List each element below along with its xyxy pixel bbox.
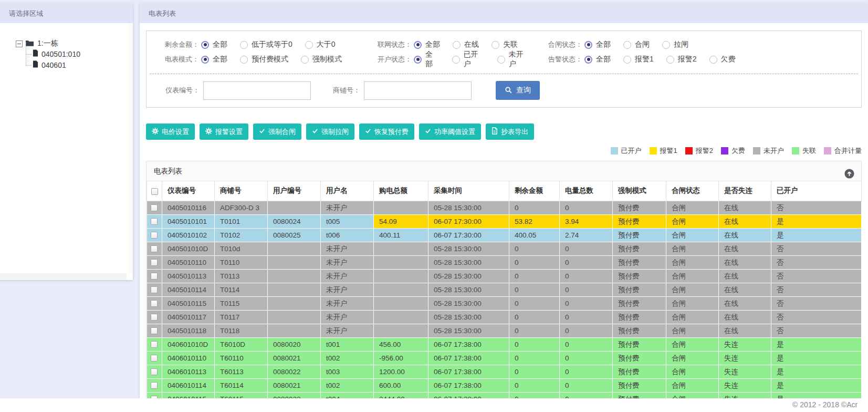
row-checkbox[interactable]	[151, 327, 158, 334]
query-button[interactable]: 查询	[496, 81, 540, 100]
radio-icon[interactable]	[301, 56, 309, 64]
row-checkbox[interactable]	[151, 232, 158, 239]
radio-option[interactable]: 全部	[414, 40, 440, 49]
radio-option[interactable]: 拉闸	[662, 40, 688, 49]
radio-option-label[interactable]: 全部	[213, 40, 227, 49]
action-button-强制拉闸[interactable]: 强制拉闸	[306, 123, 354, 140]
radio-icon[interactable]	[201, 56, 209, 64]
radio-option[interactable]: 在线	[453, 40, 479, 49]
radio-option[interactable]: 全部	[201, 55, 227, 64]
panel-collapse-arrow-up-icon[interactable]	[844, 167, 854, 177]
row-checkbox[interactable]	[151, 286, 158, 293]
radio-icon[interactable]	[623, 41, 631, 49]
radio-icon[interactable]	[305, 41, 313, 49]
radio-icon[interactable]	[240, 41, 248, 49]
radio-icon[interactable]	[497, 56, 505, 64]
radio-option-label[interactable]: 在线	[464, 40, 479, 49]
radio-icon[interactable]	[584, 41, 592, 49]
action-button-电价设置[interactable]: 电价设置	[146, 123, 195, 140]
radio-option-label[interactable]: 拉闸	[674, 40, 688, 49]
table-cell	[268, 201, 321, 214]
row-checkbox[interactable]	[151, 341, 158, 348]
radio-option[interactable]: 全部	[414, 50, 440, 69]
radio-icon[interactable]	[240, 56, 248, 64]
sidebar-vertical-scrollbar[interactable]	[128, 23, 133, 273]
table-cell: 预付费	[613, 201, 666, 214]
radio-option[interactable]: 失联	[491, 40, 518, 49]
radio-option-label[interactable]: 全部	[425, 50, 440, 69]
tree-collapse-icon[interactable]	[16, 40, 23, 47]
radio-option-label[interactable]: 全部	[596, 40, 611, 49]
row-checkbox[interactable]	[151, 259, 158, 266]
radio-option-label[interactable]: 强制模式	[312, 55, 342, 64]
radio-option-label[interactable]: 全部	[596, 55, 611, 64]
tree-child-label[interactable]: 040501:010	[41, 50, 80, 58]
radio-icon[interactable]	[666, 56, 674, 64]
radio-option-label[interactable]: 合闸	[635, 40, 650, 49]
radio-option-label[interactable]: 欠费	[721, 55, 736, 64]
row-checkbox[interactable]	[151, 368, 158, 375]
tree-node-meter[interactable]: 040601	[26, 59, 133, 70]
radio-option-label[interactable]: 全部	[425, 40, 440, 49]
radio-option[interactable]: 强制模式	[301, 55, 342, 64]
table-row: 040601010DT6010D0080020t001456.0006-07 1…	[147, 337, 862, 351]
radio-icon[interactable]	[452, 56, 460, 64]
action-button-抄表导出[interactable]: 抄表导出	[486, 123, 534, 140]
radio-icon[interactable]	[201, 41, 209, 49]
action-button-强制合闸[interactable]: 强制合闸	[253, 123, 301, 140]
radio-option[interactable]: 全部	[584, 40, 611, 49]
table-cell: T0102	[215, 228, 268, 242]
radio-icon[interactable]	[662, 41, 670, 49]
radio-option[interactable]: 预付费模式	[240, 55, 288, 64]
radio-option-label[interactable]: 预付费模式	[252, 55, 288, 64]
radio-option[interactable]: 未开户	[497, 50, 530, 69]
radio-option-label[interactable]: 已开户	[464, 50, 485, 69]
shop-number-input[interactable]	[364, 81, 472, 100]
radio-option-label[interactable]: 未开户	[509, 50, 530, 69]
tree-root-label[interactable]: 1:一栋	[37, 39, 58, 48]
radio-option[interactable]: 大于0	[305, 40, 336, 49]
select-all-checkbox[interactable]	[151, 188, 158, 195]
table-cell: t004	[321, 392, 374, 398]
radio-option[interactable]: 全部	[584, 55, 611, 64]
row-checkbox[interactable]	[151, 300, 158, 307]
row-checkbox[interactable]	[151, 273, 158, 280]
app-window: 请选择区域 1:一栋 040501:010040601 电表列表 剩余金额：全部…	[0, 0, 868, 412]
radio-icon[interactable]	[709, 56, 717, 64]
radio-option-label[interactable]: 报警1	[635, 55, 654, 64]
radio-icon[interactable]	[584, 56, 592, 64]
radio-option[interactable]: 报警1	[623, 55, 654, 64]
tree-node-root[interactable]: 1:一栋	[16, 39, 133, 48]
radio-option[interactable]: 报警2	[666, 55, 697, 64]
tree-node-meter[interactable]: 040501:010	[26, 48, 133, 59]
tree-child-label[interactable]: 040601	[41, 61, 66, 69]
row-checkbox[interactable]	[151, 204, 158, 211]
radio-option-label[interactable]: 全部	[213, 55, 227, 64]
action-button-恢复预付费[interactable]: 恢复预付费	[359, 123, 414, 140]
radio-option-label[interactable]: 低于或等于0	[252, 40, 292, 49]
row-checkbox[interactable]	[151, 218, 158, 225]
radio-option[interactable]: 已开户	[452, 50, 485, 69]
radio-option[interactable]: 低于或等于0	[240, 40, 292, 49]
row-checkbox[interactable]	[151, 382, 158, 389]
radio-icon[interactable]	[414, 56, 422, 64]
radio-icon[interactable]	[491, 41, 499, 49]
meter-number-input[interactable]	[203, 81, 311, 100]
row-checkbox[interactable]	[151, 245, 158, 252]
radio-option[interactable]: 欠费	[709, 55, 736, 64]
radio-option[interactable]: 合闸	[623, 40, 650, 49]
row-checkbox[interactable]	[151, 314, 158, 321]
radio-option-label[interactable]: 报警2	[678, 55, 697, 64]
radio-option-label[interactable]: 大于0	[317, 40, 336, 49]
radio-option[interactable]: 全部	[201, 40, 227, 49]
table-cell: 040501010D	[162, 242, 215, 255]
radio-icon[interactable]	[453, 41, 461, 49]
row-checkbox[interactable]	[151, 355, 158, 362]
action-button-功率阈值设置[interactable]: 功率阈值设置	[419, 123, 481, 140]
sidebar-horizontal-scrollbar[interactable]	[0, 273, 127, 280]
table-cell: 0080022	[268, 365, 321, 378]
radio-icon[interactable]	[623, 56, 631, 64]
radio-option-label[interactable]: 失联	[503, 40, 518, 49]
action-button-报警设置[interactable]: 报警设置	[200, 123, 248, 140]
radio-icon[interactable]	[414, 41, 422, 49]
